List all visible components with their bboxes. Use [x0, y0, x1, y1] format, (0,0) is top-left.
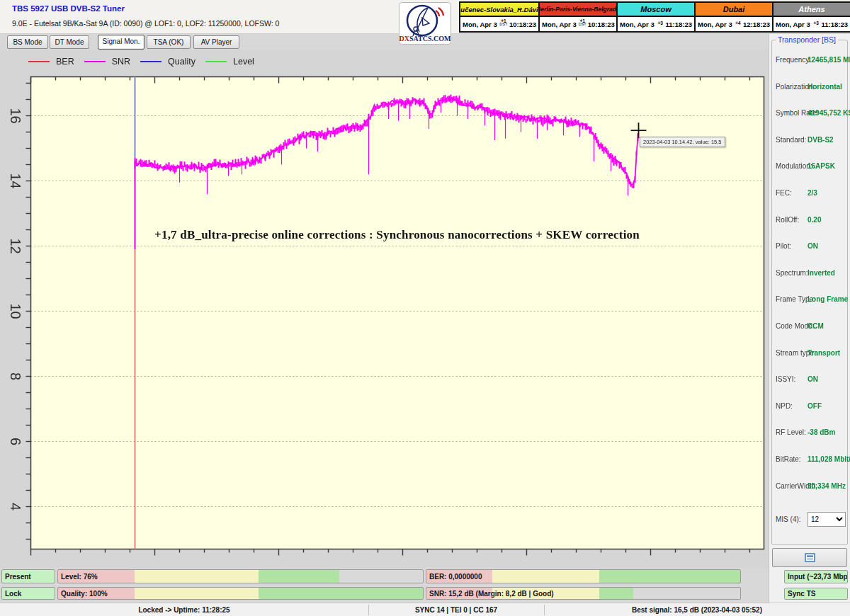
- transponder-label: RollOff:: [776, 216, 799, 224]
- clock-column: MoscowMon, Apr 3+311:18:23: [616, 3, 694, 31]
- transponder-value: 50,334 MHz: [808, 482, 846, 490]
- transponder-label: NPD:: [776, 402, 793, 410]
- chart-annotation: +1,7 dB_ultra-precise online corrections…: [30, 228, 764, 242]
- transponder-row-issyi: ISSYI:ON: [772, 375, 849, 385]
- transponder-value: ON: [808, 375, 818, 383]
- clock-column: AthensMon, Apr 3+311:18:23: [772, 3, 850, 31]
- transponder-label: BitRate:: [776, 455, 801, 463]
- present-indicator: Present: [1, 569, 55, 583]
- transponder-value: CCM: [808, 322, 824, 330]
- clock-city-label: Athens: [774, 3, 850, 17]
- legend-line-snr: [84, 61, 106, 62]
- legend-label: BER: [56, 57, 74, 67]
- transponder-label: ISSYI:: [776, 375, 795, 383]
- clock-city-label: Berlin-Paris-Vienna-Belgrade: [540, 3, 616, 17]
- transponder-label: Spectrum:: [776, 269, 808, 277]
- status-bar: Locked -> Uptime: 11:28:25 SYNC 14 | TEI…: [0, 603, 850, 616]
- transponder-row-polarization: Polarization:Horizontal: [772, 83, 849, 93]
- snr-chart-canvas[interactable]: [0, 50, 769, 568]
- transponder-row-rf-level: RF Level:-38 dBm: [772, 428, 849, 438]
- transponder-row-fec: FEC:2/3: [772, 189, 849, 199]
- transponder-sidebar: Transponder [BS] Frequency:12465,815 MHz…: [769, 34, 850, 603]
- svg-text:DXSATCS.COM: DXSATCS.COM: [400, 35, 451, 42]
- clock-time: Mon, Apr 3+1DST10:18:23: [540, 17, 616, 31]
- tuner-subtitle: 9.0E - Eutelsat 9B/Ka-Sat 9A (ID: 0090) …: [12, 19, 279, 28]
- status-sync: SYNC 14 | TEI 0 | CC 167: [368, 603, 544, 616]
- clock-time: Mon, Apr 3+1DST10:18:23: [460, 17, 538, 31]
- transponder-row-code-mode: Code Mode:CCM: [772, 322, 849, 332]
- transponder-row-frame-type: Frame Type:Long Frame: [772, 295, 849, 305]
- dxsatcs-logo: DXSATCS.COM: [399, 2, 451, 45]
- quality-progressbar: Quality: 100%: [57, 587, 424, 600]
- transponder-group-title: Transponder [BS]: [776, 35, 838, 44]
- transponder-row-carrierwidth: CarrierWidth:50,334 MHz: [772, 482, 849, 492]
- transponder-label: Standard:: [776, 136, 806, 144]
- legend-line-ber: [28, 61, 50, 62]
- transponder-row-rolloff: RollOff:0.20: [772, 216, 849, 226]
- ts-list-icon: [805, 553, 815, 562]
- transponder-value: 41945,752 KS/s: [808, 109, 850, 117]
- chart-legend: BERSNRQualityLevel: [28, 57, 254, 67]
- transponder-label: Frequency:: [776, 56, 811, 64]
- clock-column: Lučenec-Slovakia_R.DávidMon, Apr 3+1DST1…: [460, 3, 538, 31]
- clock-time: Mon, Apr 3+311:18:23: [774, 17, 850, 31]
- tab-av-player[interactable]: AV Player: [193, 35, 239, 49]
- mis-select[interactable]: 12: [808, 512, 846, 527]
- transponder-value: 12465,815 MHz: [808, 56, 850, 64]
- ts-list-button[interactable]: [772, 548, 847, 567]
- transponder-row-stream-type: Stream type:Transport: [772, 349, 849, 359]
- status-best-signal: Best signal: 16,5 dB (2023-04-03 05:52): [544, 603, 850, 616]
- signal-monitor-chart: BERSNRQualityLevel +1,7 dB_ultra-precise…: [0, 50, 769, 568]
- transponder-value: Long Frame: [808, 295, 848, 303]
- app-title: TBS 5927 USB DVB-S2 Tuner: [12, 4, 125, 13]
- legend-line-quality: [140, 61, 162, 62]
- transponder-value: Horizontal: [808, 83, 842, 91]
- transponder-value: -38 dBm: [808, 428, 835, 436]
- lock-indicator: Lock: [1, 587, 55, 600]
- transponder-value: 111,028 Mbit/s: [808, 455, 850, 463]
- tab-tsa-ok-[interactable]: TSA (OK): [147, 35, 191, 49]
- transponder-row-npd: NPD:OFF: [772, 402, 849, 412]
- status-uptime: Locked -> Uptime: 11:28:25: [0, 603, 368, 616]
- transponder-row-pilot: Pilot:ON: [772, 242, 849, 252]
- transponder-row-standard: Standard:DVB-S2: [772, 136, 849, 146]
- chart-tooltip: 2023-04-03 10.14.42, value: 15,5: [640, 137, 725, 147]
- clock-city-label: Lučenec-Slovakia_R.Dávid: [460, 3, 538, 17]
- ber-progressbar: BER: 0,0000000: [426, 569, 741, 583]
- transponder-value: ON: [808, 242, 818, 250]
- tab-bs-mode[interactable]: BS Mode: [7, 35, 48, 49]
- legend-item-level: Level: [205, 57, 254, 67]
- transponder-value: Transport: [808, 349, 840, 357]
- logo-text-rest: SATCS.COM: [409, 35, 451, 42]
- clock-column: DubaiMon, Apr 3+412:18:23: [694, 3, 772, 31]
- legend-item-quality: Quality: [140, 57, 196, 67]
- transponder-value: DVB-S2: [808, 136, 834, 144]
- snr-progressbar: SNR: 15,2 dB (Margin: 8,2 dB | Good): [426, 587, 741, 600]
- transponder-label: Modulation:: [776, 162, 812, 170]
- legend-label: SNR: [112, 57, 130, 67]
- transponder-value: OFF: [808, 402, 822, 410]
- clock-column: Berlin-Paris-Vienna-BelgradeMon, Apr 3+1…: [538, 3, 616, 31]
- input-indicator: Input (~23,73 Mbps): [784, 570, 848, 583]
- legend-label: Level: [233, 57, 254, 67]
- legend-label: Quality: [168, 57, 196, 67]
- tab-dt-mode[interactable]: DT Mode: [50, 35, 89, 49]
- transponder-label: RF Level:: [776, 428, 806, 436]
- transponder-row-modulation: Modulation:16APSK: [772, 162, 849, 172]
- transponder-value: 0.20: [808, 216, 821, 224]
- transponder-groupbox: Transponder [BS] Frequency:12465,815 MHz…: [771, 40, 848, 545]
- transponder-row-symbol-rate: Symbol Rate:41945,752 KS/s: [772, 109, 849, 119]
- tab-signal-mon-[interactable]: Signal Mon.: [98, 35, 144, 50]
- transponder-row-spectrum: Spectrum:Inverted: [772, 269, 849, 279]
- legend-item-snr: SNR: [84, 57, 130, 67]
- mis-label: MIS (4):: [776, 515, 801, 523]
- world-clocks: Lučenec-Slovakia_R.DávidMon, Apr 3+1DST1…: [459, 1, 850, 33]
- clock-time: Mon, Apr 3+412:18:23: [696, 17, 772, 31]
- logo-text-dx: DX: [400, 35, 410, 42]
- clock-city-label: Dubai: [696, 3, 772, 17]
- clock-time: Mon, Apr 3+311:18:23: [618, 17, 694, 31]
- mis-row: MIS (4): 12: [772, 512, 849, 527]
- transponder-row-frequency: Frequency:12465,815 MHz: [772, 56, 849, 66]
- transponder-value: Inverted: [808, 269, 835, 277]
- transponder-value: 2/3: [808, 189, 817, 197]
